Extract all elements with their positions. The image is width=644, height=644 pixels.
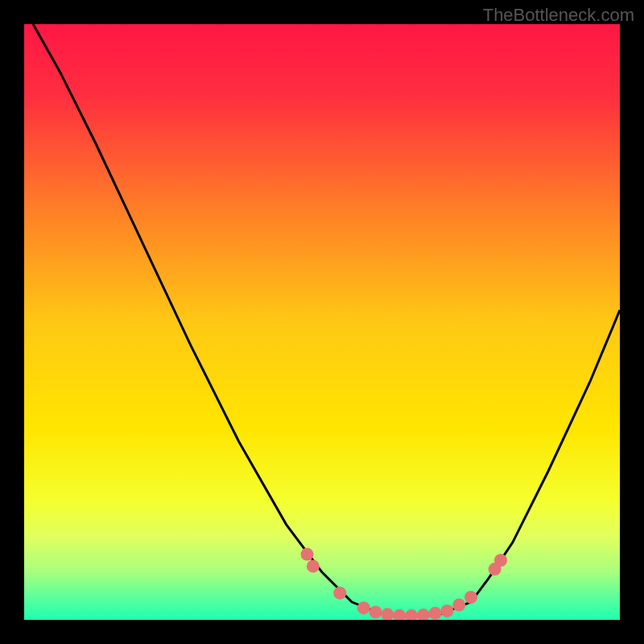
curve-marker [494, 554, 507, 567]
curve-marker [381, 608, 394, 620]
curve-marker [417, 609, 430, 620]
chart-container [24, 24, 620, 620]
curve-marker [301, 548, 314, 561]
curve-marker [405, 609, 418, 620]
chart-curve-layer [24, 24, 620, 620]
curve-marker [440, 605, 453, 617]
bottleneck-curve [33, 24, 620, 617]
curve-marker [452, 599, 465, 612]
curve-marker [369, 605, 382, 618]
curve-marker [307, 559, 320, 572]
curve-marker [464, 591, 477, 604]
curve-marker [429, 607, 442, 620]
curve-markers [301, 548, 508, 620]
curve-marker [393, 609, 406, 620]
curve-marker [333, 587, 346, 600]
curve-marker [357, 601, 370, 614]
attribution-text: TheBottleneck.com [483, 5, 634, 26]
